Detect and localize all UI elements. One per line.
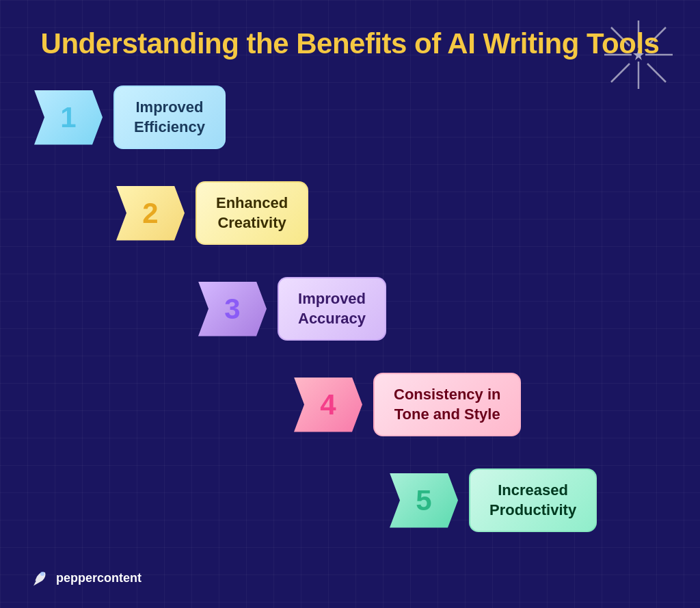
svg-line-5 (647, 64, 666, 82)
svg-point-9 (40, 572, 44, 576)
logo-label: peppercontent (56, 571, 142, 585)
peppercontent-logo: peppercontent (27, 567, 142, 589)
badge-2: 2 (116, 186, 185, 241)
badge-4: 4 (294, 378, 362, 432)
label-4: Consistency inTone and Style (373, 373, 521, 436)
logo-text: peppercontent (56, 571, 142, 585)
badge-3: 3 (198, 282, 267, 336)
step-enhanced-creativity: 2EnhancedCreativity (116, 181, 308, 245)
label-2: EnhancedCreativity (196, 181, 308, 245)
logo-icon (27, 567, 49, 589)
step-improved-efficiency: 1ImprovedEfficiency (34, 85, 226, 149)
label-3: ImprovedAccuracy (278, 277, 386, 341)
step-improved-accuracy: 3ImprovedAccuracy (198, 277, 386, 341)
svg-line-7 (611, 64, 630, 82)
badge-1: 1 (34, 90, 103, 145)
step-consistency-tone-style: 4Consistency inTone and Style (294, 373, 521, 436)
page-title: Understanding the Benefits of AI Writing… (0, 27, 700, 60)
step-increased-productivity: 5IncreasedProductivity (390, 468, 597, 532)
label-1: ImprovedEfficiency (113, 85, 226, 149)
badge-5: 5 (390, 473, 458, 528)
label-5: IncreasedProductivity (469, 468, 597, 532)
